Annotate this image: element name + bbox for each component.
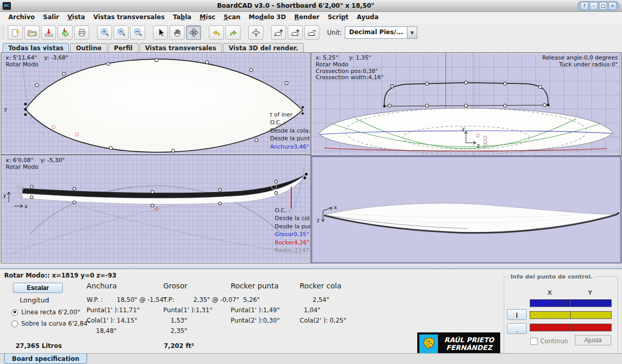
orbit-icon (189, 27, 199, 38)
tab-vistas-transversales[interactable]: Vistas transversales (139, 43, 222, 52)
titlebar: BC BoardCAD v3.0 - Shortboard 6'2,00" x … (0, 0, 622, 12)
toolbar: Unit: Decimal Pies/... ▼ (0, 22, 622, 42)
print-icon (77, 27, 87, 38)
y-yellow-bar (570, 311, 612, 319)
add-crossection-icon (290, 27, 301, 38)
anchura-column: Anchura W.P. :18,50" @ -1,54" Punta(1' )… (87, 282, 166, 338)
radio-sobre-la-curva[interactable]: Sobre la curva 6'2,84" (11, 320, 91, 327)
print-button[interactable] (74, 25, 89, 40)
y-column-header: Y (570, 289, 610, 296)
unit-value: Decimal Pies/... (345, 27, 406, 38)
add-crossection-button[interactable] (288, 25, 303, 40)
x-column-header: X (530, 289, 570, 296)
unit-label: Unit: (327, 29, 342, 36)
tab-vista-3d[interactable]: Vista 3D del render. (223, 43, 304, 52)
open-button[interactable] (24, 25, 39, 40)
window-title: BoardCAD v3.0 - Shortboard 6'2,00" x 18,… (14, 2, 577, 9)
checkbox-icon[interactable] (530, 338, 538, 345)
save-refresh-icon (60, 27, 70, 38)
hand-icon (172, 27, 182, 38)
zoom-fit-icon (133, 27, 143, 38)
menu-script[interactable]: Script (323, 12, 352, 22)
pan-button[interactable] (169, 25, 185, 40)
outline-z-axis-label: z (4, 107, 7, 112)
y-red-bar (570, 324, 612, 331)
tab-perfil[interactable]: Perfil (108, 43, 138, 52)
outline-measure-overlay: t of iner O.C. : Desde la cola:7 Desde l… (270, 111, 310, 151)
crossection-y-axis-label: y (462, 125, 465, 131)
menu-scan[interactable]: Scan (219, 12, 244, 22)
menu-misc[interactable]: Misc (195, 12, 219, 22)
vertical-tangent-button[interactable]: | (507, 309, 527, 320)
save-as-button[interactable] (58, 25, 73, 40)
new-document-icon (10, 27, 21, 38)
board-specification-panel: Rotar Modo:: x=1819 y=0 z=-93 Escalar Lo… (0, 269, 622, 353)
continuo-control[interactable]: Continuo (530, 338, 568, 345)
close-button[interactable]: × (609, 2, 616, 10)
menu-tabla[interactable]: Tabla (169, 12, 196, 22)
minimize-button[interactable]: – (590, 2, 598, 10)
rocker-cola-header: Rocker cola (300, 282, 346, 290)
select-pointer-button[interactable] (153, 25, 168, 40)
rotate-orbit-button[interactable] (186, 25, 201, 40)
continuo-label: Continuo (540, 338, 568, 345)
escalar-button[interactable]: Escalar (13, 283, 63, 293)
crossection-view-panel[interactable]: y z x: 5,25" y: 1,35" Rotar Modo Crossec… (311, 52, 621, 156)
shade-button[interactable]: ↑ (581, 2, 588, 10)
tab-todas-las-vistas[interactable]: Todas las vistas (3, 43, 69, 52)
flip-board-icon (251, 27, 261, 38)
grosor-header: Grosor (163, 282, 239, 290)
zoom-in-button[interactable] (97, 25, 112, 40)
maximize-button[interactable]: □ (599, 2, 607, 10)
raul-prieto-logo: RAÚL PRIETOFERNÁNDEZ (417, 332, 500, 355)
add-crossection-point-button[interactable] (271, 25, 286, 40)
menu-ayuda[interactable]: Ayuda (352, 12, 383, 22)
undo-button[interactable] (209, 25, 224, 40)
radio-button-icon[interactable] (11, 309, 18, 316)
tab-board-specification[interactable]: Board specification (4, 354, 87, 364)
radio-linea-recta[interactable]: Linea recta 6'2,00" (11, 309, 80, 316)
zoom-fit-button[interactable] (130, 25, 145, 40)
brain-icon (421, 337, 436, 351)
tab-outline[interactable]: Outline (70, 43, 107, 52)
render-x-axis-label: x (334, 205, 337, 210)
logo-badge (419, 334, 438, 353)
profile-x-axis-label: x (24, 203, 27, 209)
menu-render[interactable]: Render (290, 12, 324, 22)
outline-view-panel[interactable]: z x: 5'11,64" y: -3,68" Rotar Modo t of … (1, 52, 310, 155)
radio-button-icon[interactable] (11, 321, 18, 327)
splitter[interactable] (0, 264, 622, 269)
radio-sobre-la-curva-label: Sobre la curva 6'2,84" (21, 320, 91, 327)
save-import-icon (44, 27, 54, 38)
new-button[interactable] (8, 25, 23, 40)
profile-view-panel[interactable]: y x x: 6'0,08" y: -5,30" Rotar Modo O.C.… (1, 155, 310, 264)
horizontal-tangent-button[interactable]: _ (507, 323, 527, 334)
open-folder-icon (27, 27, 37, 38)
unit-dropdown[interactable]: Decimal Pies/... ▼ (345, 26, 417, 39)
menu-vista[interactable]: Vista (63, 12, 89, 22)
menu-salir[interactable]: Salir (39, 12, 63, 22)
zoom-in-icon (100, 27, 110, 38)
redo-button[interactable] (225, 25, 241, 40)
save-button[interactable] (41, 25, 56, 40)
pointer-icon (156, 27, 166, 38)
render-3d-panel[interactable]: x z (311, 156, 621, 264)
rocker-punta-header: Rocker punta (231, 282, 280, 290)
ajusta-button[interactable]: Ajusta (575, 335, 611, 345)
outline-coords: x: 5'11,64" y: -3,68" Rotar Modo (6, 55, 68, 68)
x-blue-bar (530, 299, 571, 307)
grosor-column: Grosor T.P:2,35" @ -0,07" Punta(1' ):1,3… (163, 282, 239, 338)
control-point-info-title: Info del punto de control. (508, 273, 595, 280)
flip-rocker-button[interactable] (248, 25, 263, 40)
undo-icon (211, 27, 222, 38)
profile-drawing: y x (2, 155, 310, 263)
toolbar-grip[interactable] (2, 25, 5, 40)
menu-archivo[interactable]: Archivo (4, 12, 39, 22)
profile-y-axis-label: y (3, 193, 6, 198)
remove-crossection-button[interactable] (304, 25, 319, 40)
chevron-down-icon[interactable]: ▼ (407, 27, 417, 38)
view-tabbar: Todas las vistas Outline Perfil Vistas t… (0, 42, 622, 52)
menu-modelo-3d[interactable]: Modelo 3D (245, 12, 290, 22)
menu-vistas-transversales[interactable]: Vistas transversales (89, 12, 168, 22)
zoom-reset-button[interactable] (114, 25, 129, 40)
